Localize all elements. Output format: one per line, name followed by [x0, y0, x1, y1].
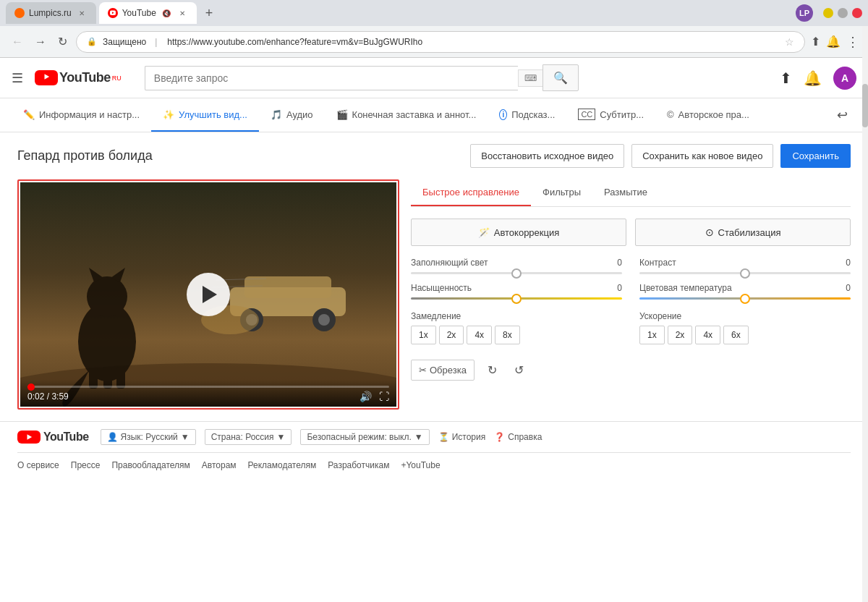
footer-logo[interactable]: YouTube [17, 431, 89, 444]
footer-link-copyright[interactable]: Правообладателям [111, 460, 190, 470]
tab-audio-label: Аудио [286, 109, 313, 120]
slowdown-buttons: 1x 2x 4x 8x [411, 326, 622, 344]
search-bar[interactable]: ⌨ 🔍 [145, 64, 579, 91]
upload-icon[interactable]: ⬆ [811, 35, 820, 48]
panel-tab-filters[interactable]: Фильтры [531, 179, 592, 206]
refresh-button[interactable]: ↻ [55, 32, 70, 51]
youtube-header: ☰ YouTubeRU ⌨ 🔍 ⬆ 🔔 A [0, 58, 868, 98]
contrast-thumb[interactable] [740, 268, 750, 279]
panel-tab-blur[interactable]: Размытие [592, 179, 659, 206]
contrast-slider[interactable] [639, 272, 851, 274]
minimize-button[interactable] [823, 8, 833, 18]
contrast-value: 0 [846, 258, 851, 268]
footer-link-press[interactable]: Прессе [71, 460, 101, 470]
autocorrect-button[interactable]: 🪄 Автокоррекция [411, 219, 626, 246]
safe-mode-select[interactable]: Безопасный режим: выкл. ▼ [300, 429, 429, 445]
speedup-4x[interactable]: 4x [695, 326, 720, 344]
tab-enhance[interactable]: ✨ Улучшить вид... [151, 99, 259, 132]
maximize-button[interactable] [838, 8, 848, 18]
search-input[interactable] [145, 66, 518, 90]
keyboard-button[interactable]: ⌨ [518, 69, 543, 87]
new-tab-button[interactable]: + [200, 2, 219, 24]
saturation-slider[interactable] [411, 297, 622, 300]
redo-button[interactable]: ↻ [483, 359, 501, 381]
slowdown-1x[interactable]: 1x [411, 326, 436, 344]
fill-light-label: Заполняющий свет [411, 258, 488, 268]
sliders-grid: Заполняющий свет 0 Контраст 0 [411, 258, 851, 300]
fill-light-value: 0 [617, 258, 622, 268]
scrollbar-thumb[interactable] [862, 84, 868, 127]
browser-menu-icon[interactable]: ⋮ [846, 34, 859, 50]
footer-link-plus[interactable]: +YouTube [401, 460, 440, 470]
scrollbar-track[interactable] [862, 26, 868, 602]
hamburger-menu[interactable]: ☰ [12, 70, 23, 86]
panel-tab-quickfix[interactable]: Быстрое исправление [411, 179, 531, 206]
tab-lumpics[interactable]: Lumpics.ru ✕ [6, 2, 96, 24]
history-link[interactable]: ⏳ История [438, 432, 486, 442]
tab-copyright[interactable]: © Авторское пра... [655, 99, 761, 132]
slowdown-group: Замедление 1x 2x 4x 8x [411, 311, 622, 344]
fullscreen-icon[interactable]: ⛶ [379, 391, 389, 402]
close-button[interactable] [852, 8, 862, 18]
youtube-logo[interactable]: YouTubeRU [35, 70, 122, 85]
cards-icon: i [499, 109, 507, 120]
volume-icon[interactable]: 🔊 [359, 391, 372, 402]
slider-contrast: Контраст 0 [639, 258, 851, 274]
restore-button[interactable]: Восстановить исходное видео [470, 144, 624, 168]
save-button[interactable]: Сохранить [780, 144, 851, 168]
slider-fill-light: Заполняющий свет 0 [411, 258, 622, 274]
tab-subtitles[interactable]: CC Субтитр... [566, 98, 655, 132]
crop-button[interactable]: ✂ Обрезка [411, 360, 475, 381]
tab-cards[interactable]: i Подсказ... [488, 99, 566, 132]
tab-audio[interactable]: 🎵 Аудио [259, 99, 325, 132]
save-new-button[interactable]: Сохранить как новое видео [631, 144, 773, 168]
speedup-1x[interactable]: 1x [639, 326, 665, 344]
mute-icon[interactable]: 🔇 [161, 9, 172, 17]
footer-link-about[interactable]: О сервисе [17, 460, 59, 470]
tab-back-button[interactable]: ↩ [828, 98, 856, 132]
stabilize-button[interactable]: ⊙ Стабилизация [635, 219, 851, 246]
forward-button[interactable]: → [32, 33, 49, 51]
speedup-6x[interactable]: 6x [723, 326, 749, 344]
saturation-thumb[interactable] [511, 294, 522, 304]
crop-label: Обрезка [430, 365, 467, 376]
youtube-tab-close[interactable]: ✕ [176, 7, 188, 19]
tab-youtube[interactable]: YouTube 🔇 ✕ [99, 2, 197, 24]
language-dropdown-icon: ▼ [181, 432, 190, 442]
notifications-icon[interactable]: 🔔 [804, 69, 822, 87]
help-link[interactable]: ❓ Справка [494, 432, 542, 442]
bell-icon[interactable]: 🔔 [826, 35, 841, 48]
speedup-2x[interactable]: 2x [668, 326, 693, 344]
url-bar[interactable]: 🔒 Защищено | https://www.youtube.com/enh… [76, 31, 805, 53]
search-button[interactable]: 🔍 [542, 64, 579, 91]
tab-endscreen[interactable]: 🎬 Конечная заставка и аннот... [325, 99, 488, 132]
play-button[interactable] [187, 273, 230, 316]
footer-link-advertisers[interactable]: Рекламодателям [248, 460, 317, 470]
country-select[interactable]: Страна: Россия ▼ [205, 429, 292, 445]
fill-light-thumb[interactable] [511, 268, 522, 279]
video-progress-bar[interactable] [27, 386, 389, 388]
video-border: 0:02 / 3:59 🔊 ⛶ [17, 179, 399, 410]
color-temp-slider[interactable] [639, 297, 851, 300]
history-label: История [452, 432, 486, 442]
color-temp-thumb[interactable] [740, 294, 750, 304]
video-player[interactable]: 0:02 / 3:59 🔊 ⛶ [20, 182, 396, 407]
tab-info[interactable]: ✏️ Информация и настр... [12, 99, 151, 132]
footer-link-developers[interactable]: Разработчикам [328, 460, 389, 470]
slider-saturation: Насыщенность 0 [411, 283, 622, 300]
bookmark-icon[interactable]: ☆ [785, 36, 794, 48]
user-avatar[interactable]: A [833, 67, 856, 90]
footer-link-authors[interactable]: Авторам [202, 460, 237, 470]
language-select[interactable]: 👤 Язык: Русский ▼ [101, 429, 196, 445]
lumpics-tab-close[interactable]: ✕ [76, 7, 88, 19]
slowdown-4x[interactable]: 4x [467, 326, 492, 344]
upload-video-icon[interactable]: ⬆ [780, 69, 792, 87]
undo-button[interactable]: ↺ [510, 359, 528, 381]
back-button[interactable]: ← [9, 33, 26, 51]
slowdown-8x[interactable]: 8x [495, 326, 520, 344]
slowdown-2x[interactable]: 2x [439, 326, 464, 344]
video-time: 0:02 / 3:59 [27, 391, 69, 402]
country-label: Страна: Россия [211, 432, 274, 442]
fill-light-slider[interactable] [411, 272, 622, 274]
video-right-controls: 🔊 ⛶ [359, 391, 389, 402]
